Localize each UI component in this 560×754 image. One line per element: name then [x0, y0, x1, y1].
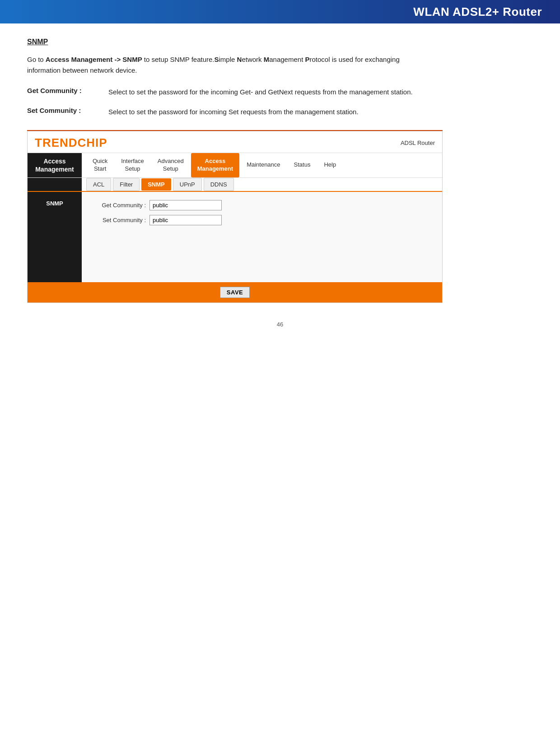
- nav-sidebar-access-management: AccessManagement: [28, 153, 82, 177]
- intro-p: P: [305, 56, 309, 63]
- router-header: TRENDCHIP ADSL Router: [28, 131, 442, 153]
- sub-nav-acl[interactable]: ACL: [86, 178, 111, 191]
- intro-anagement: anagement: [269, 56, 305, 63]
- intro-s: S: [215, 56, 219, 63]
- nav-item-interface-setup[interactable]: InterfaceSetup: [115, 153, 150, 177]
- sub-nav-filter[interactable]: Filter: [113, 178, 140, 191]
- set-community-label: Set Community :: [27, 107, 108, 114]
- nav-item-help[interactable]: Help: [317, 157, 342, 173]
- intro-paragraph: Go to Access Management -> SNMP to setup…: [27, 54, 434, 76]
- intro-n: N: [237, 56, 242, 63]
- router-sidebar: SNMP: [28, 192, 82, 282]
- section-heading: SNMP: [27, 38, 533, 46]
- intro-bold-access-snmp: Access Management -> SNMP: [46, 56, 142, 63]
- sub-nav-upnp[interactable]: UPnP: [173, 178, 202, 191]
- sub-nav-snmp[interactable]: SNMP: [141, 178, 171, 191]
- set-community-block: Set Community : Select to set the passwo…: [27, 107, 434, 117]
- nav-item-quick-start[interactable]: QuickStart: [86, 153, 114, 177]
- nav-item-maintenance[interactable]: Maintenance: [240, 157, 286, 173]
- top-banner: WLAN ADSL2+ Router: [0, 0, 560, 23]
- sidebar-snmp-label: SNMP: [42, 197, 68, 209]
- set-community-row: Set Community :: [91, 215, 433, 225]
- page-title: WLAN ADSL2+ Router: [413, 5, 542, 19]
- router-ui-frame: TRENDCHIP ADSL Router AccessManagement Q…: [27, 131, 443, 303]
- nav-item-status[interactable]: Status: [288, 157, 317, 173]
- get-community-input[interactable]: [149, 200, 222, 210]
- nav-item-access-management[interactable]: AccessManagement: [191, 153, 239, 177]
- router-content: Get Community : Set Community :: [82, 192, 442, 282]
- trendchip-logo: TRENDCHIP: [35, 136, 107, 150]
- save-bar: SAVE: [28, 282, 442, 303]
- sub-nav-spacer: [28, 178, 82, 191]
- set-community-form-label: Set Community :: [91, 217, 149, 223]
- get-community-row: Get Community :: [91, 200, 433, 210]
- nav-items-wrapper: QuickStart InterfaceSetup AdvancedSetup …: [86, 153, 342, 177]
- get-community-label: Get Community :: [27, 87, 108, 94]
- save-button[interactable]: SAVE: [220, 287, 250, 298]
- set-community-text: Select to set the password for incoming …: [108, 107, 359, 117]
- sub-nav-ddns[interactable]: DDNS: [204, 178, 234, 191]
- get-community-block: Get Community : Select to set the passwo…: [27, 87, 434, 98]
- get-community-text: Select to set the password for the incom…: [108, 87, 413, 98]
- intro-imple: imple: [219, 56, 237, 63]
- intro-post: to setup SNMP feature.: [142, 56, 215, 63]
- adsl-router-label: ADSL Router: [401, 140, 435, 146]
- page-number: 46: [27, 321, 533, 328]
- intro-etwork: etwork: [242, 56, 263, 63]
- sub-nav: ACL Filter SNMP UPnP DDNS: [28, 178, 442, 192]
- nav-items: QuickStart InterfaceSetup AdvancedSetup …: [82, 153, 442, 177]
- get-community-form-label: Get Community :: [91, 202, 149, 209]
- sub-nav-items: ACL Filter SNMP UPnP DDNS: [82, 178, 238, 191]
- set-community-input[interactable]: [149, 215, 222, 225]
- intro-m: M: [264, 56, 270, 63]
- main-content: SNMP Go to Access Management -> SNMP to …: [0, 23, 560, 355]
- router-main: SNMP Get Community : Set Community :: [28, 192, 442, 282]
- nav-item-advanced-setup[interactable]: AdvancedSetup: [151, 153, 190, 177]
- intro-pre: Go to: [27, 56, 46, 63]
- nav-bar: AccessManagement QuickStart InterfaceSet…: [28, 153, 442, 178]
